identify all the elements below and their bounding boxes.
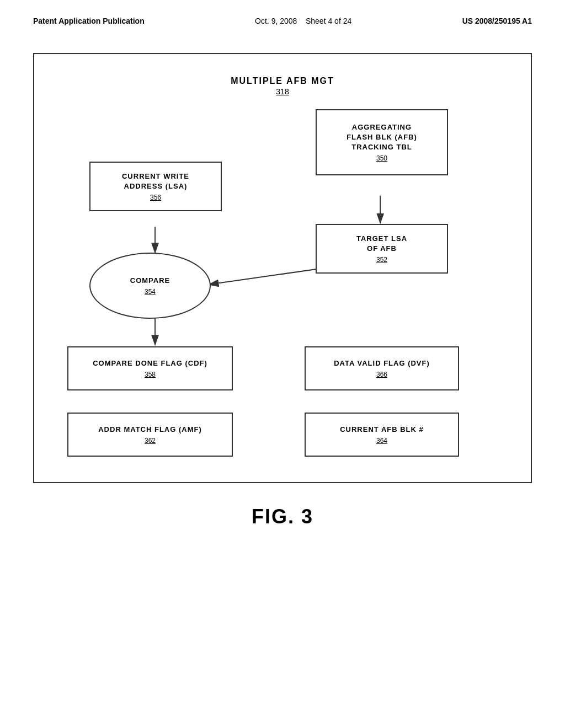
current-write-text: CURRENT WRITEADDRESS (LSA) (122, 172, 189, 191)
publication-label: Patent Application Publication (33, 17, 145, 25)
date-label: Oct. 9, 2008 Sheet 4 of 24 (255, 17, 351, 25)
compare-done-text: COMPARE DONE FLAG (CDF) (93, 358, 207, 368)
current-afb-box: CURRENT AFB BLK # 364 (305, 413, 459, 457)
current-afb-number: 364 (376, 437, 387, 445)
svg-line-3 (209, 268, 324, 285)
compare-oval: COMPARE 354 (89, 253, 211, 319)
diagram-container: MULTIPLE AFB MGT 318 AGGREGATINGFLASH BL… (33, 53, 532, 483)
title-text: MULTIPLE AFB MGT (231, 76, 334, 86)
compare-text: COMPARE (130, 276, 170, 286)
data-valid-number: 366 (376, 371, 387, 378)
diagram-title: MULTIPLE AFB MGT 318 (231, 76, 334, 96)
target-lsa-text: TARGET LSAOF AFB (356, 234, 407, 254)
patent-number-label: US 2008/250195 A1 (462, 17, 532, 25)
data-valid-box: DATA VALID FLAG (DVF) 366 (305, 346, 459, 390)
compare-done-box: COMPARE DONE FLAG (CDF) 358 (67, 346, 233, 390)
current-afb-text: CURRENT AFB BLK # (340, 425, 424, 435)
target-lsa-number: 352 (376, 256, 387, 264)
compare-number: 354 (145, 288, 156, 296)
current-write-box: CURRENT WRITEADDRESS (LSA) 356 (89, 162, 222, 211)
page-header: Patent Application Publication Oct. 9, 2… (0, 0, 565, 31)
compare-done-number: 358 (145, 371, 156, 378)
addr-match-text: ADDR MATCH FLAG (AMF) (98, 425, 202, 435)
aggregating-number: 350 (376, 154, 387, 162)
data-valid-text: DATA VALID FLAG (DVF) (334, 358, 430, 368)
aggregating-text: AGGREGATINGFLASH BLK (AFB)TRACKING TBL (347, 122, 417, 153)
addr-match-number: 362 (145, 437, 156, 445)
aggregating-box: AGGREGATINGFLASH BLK (AFB)TRACKING TBL 3… (316, 109, 448, 175)
title-number: 318 (231, 87, 334, 96)
target-lsa-box: TARGET LSAOF AFB 352 (316, 224, 448, 274)
addr-match-box: ADDR MATCH FLAG (AMF) 362 (67, 413, 233, 457)
current-write-number: 356 (150, 194, 161, 201)
figure-caption: FIG. 3 (0, 505, 565, 528)
